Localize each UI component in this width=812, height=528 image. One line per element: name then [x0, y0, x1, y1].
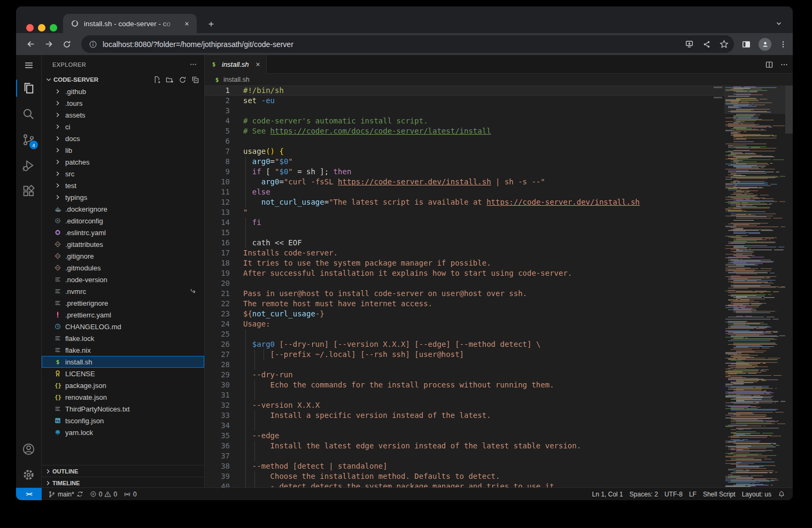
indentation[interactable]: Spaces: 2 [627, 488, 661, 500]
tab-close-icon[interactable] [182, 19, 191, 28]
folder-item-test[interactable]: test [42, 180, 204, 191]
outline-section[interactable]: OUTLINE [42, 465, 204, 477]
folder-item--github[interactable]: .github [42, 86, 204, 97]
code-line-27[interactable]: 27 [--prefix ~/.local] [--rsh ssh] [user… [205, 350, 724, 360]
file-item--gitattributes[interactable]: .gitattributes [42, 238, 204, 250]
url-text[interactable]: localhost:8080/?folder=/home/jothiprasat… [103, 40, 679, 49]
breadcrumbs[interactable]: $ install.sh [205, 74, 793, 86]
code-line-26[interactable]: 26 $arg0 [--dry-run] [--version X.X.X] [… [205, 339, 724, 350]
editor-tab-install-sh[interactable]: $ install.sh [205, 55, 267, 74]
editor-scrollbar[interactable] [785, 86, 793, 134]
site-info-icon[interactable] [89, 40, 97, 49]
timeline-section[interactable]: TIMELINE [42, 477, 204, 487]
code-editor[interactable]: 1#!/bin/sh2set -eu34# code-server's auto… [205, 86, 793, 487]
file-item--editorconfig[interactable]: .editorconfig [42, 215, 204, 227]
code-line-23[interactable]: 23${not_curl_usage-} [205, 309, 724, 319]
file-item--dockerignore[interactable]: .dockerignore [42, 203, 204, 215]
folder-item-src[interactable]: src [42, 168, 204, 180]
activity-extensions[interactable] [16, 178, 41, 204]
code-line-2[interactable]: 2set -eu [205, 96, 724, 106]
new-folder-button[interactable] [165, 75, 174, 84]
code-line-9[interactable]: 9 if [ "$0" = sh ]; then [205, 167, 724, 177]
code-line-15[interactable]: 15 [205, 228, 724, 238]
code-line-10[interactable]: 10 arg0="curl -fsSL https://code-server.… [205, 177, 724, 187]
activity-settings[interactable] [16, 462, 41, 487]
editor-more-actions-icon[interactable] [780, 60, 788, 69]
minimap-viewport[interactable] [724, 86, 785, 114]
code-line-11[interactable]: 11 else [205, 187, 724, 197]
profile-avatar[interactable] [759, 38, 771, 51]
file-item--node-version[interactable]: .node-version [42, 274, 204, 285]
code-line-31[interactable]: 31 [205, 390, 724, 400]
bookmark-star-icon[interactable] [720, 40, 729, 49]
folder-item-patches[interactable]: patches [42, 156, 204, 168]
eol[interactable]: LF [686, 488, 700, 500]
code-line-30[interactable]: 30 Echo the commands for the install pro… [205, 380, 724, 390]
folder-item-assets[interactable]: assets [42, 109, 204, 121]
file-item--prettierrc-yaml[interactable]: .prettierrc.yaml [42, 309, 204, 321]
collapse-all-button[interactable] [190, 75, 200, 84]
code-line-1[interactable]: 1#!/bin/sh [205, 86, 724, 96]
folder-item-ci[interactable]: ci [42, 121, 204, 133]
tab-close-icon[interactable] [253, 60, 262, 69]
code-line-5[interactable]: 5# See https://coder.com/docs/code-serve… [205, 126, 724, 136]
code-line-25[interactable]: 25 [205, 329, 724, 339]
file-item-flake-lock[interactable]: flake.lock [42, 332, 204, 344]
side-panel-icon[interactable] [741, 40, 751, 49]
activity-run-debug[interactable] [16, 152, 41, 178]
activity-explorer[interactable] [16, 75, 41, 101]
code-line-3[interactable]: 3 [205, 106, 724, 116]
code-line-20[interactable]: 20 [205, 278, 724, 289]
code-line-4[interactable]: 4# code-server's automatic install scrip… [205, 116, 724, 126]
back-button[interactable] [23, 37, 38, 52]
file-item-license[interactable]: LICENSE [42, 368, 204, 379]
file-item-renovate-json[interactable]: {}renovate.json [42, 391, 204, 403]
file-item-thirdpartynotices-txt[interactable]: ThirdPartyNotices.txt [42, 403, 204, 415]
file-item--gitmodules[interactable]: .gitmodules [42, 262, 204, 274]
code-line-7[interactable]: 7usage() { [205, 146, 724, 157]
encoding[interactable]: UTF-8 [661, 488, 686, 500]
code-line-22[interactable]: 22The remote host must have internet acc… [205, 299, 724, 309]
tab-search-chevron-icon[interactable] [772, 17, 785, 30]
code-line-18[interactable]: 18It tries to use the system package man… [205, 258, 724, 268]
folder-item--tours[interactable]: .tours [42, 97, 204, 109]
new-tab-button[interactable] [204, 17, 218, 31]
code-line-35[interactable]: 35 --edge [205, 431, 724, 441]
activity-account[interactable] [16, 436, 41, 462]
language-mode[interactable]: Shell Script [700, 488, 739, 500]
code-line-6[interactable]: 6 [205, 136, 724, 146]
code-line-17[interactable]: 17Installs code-server. [205, 248, 724, 258]
remote-indicator-button[interactable]: >< [16, 488, 42, 501]
maximize-window-button[interactable] [50, 24, 57, 32]
activity-source-control[interactable]: 4 [16, 127, 41, 152]
refresh-button[interactable] [177, 75, 187, 84]
code-line-36[interactable]: 36 Install the latest edge version inste… [205, 441, 724, 451]
code-line-33[interactable]: 33 Install a specific version instead of… [205, 410, 724, 421]
code-line-13[interactable]: 13" [205, 207, 724, 218]
code-line-32[interactable]: 32 --version X.X.X [205, 400, 724, 410]
code-line-8[interactable]: 8 arg0="$0" [205, 157, 724, 167]
keyboard-layout[interactable]: Layout: us [739, 488, 775, 500]
forward-button[interactable] [41, 37, 56, 52]
code-line-16[interactable]: 16 cath << EOF [205, 238, 724, 248]
file-item--prettierignore[interactable]: .prettierignore [42, 297, 204, 309]
file-item-tsconfig-json[interactable]: TStsconfig.json [42, 415, 204, 426]
file-item-flake-nix[interactable]: flake.nix [42, 344, 204, 356]
code-line-12[interactable]: 12 not_curl_usage="The latest script is … [205, 197, 724, 207]
new-file-button[interactable] [152, 75, 161, 84]
file-item-install-sh[interactable]: $install.sh [42, 356, 204, 368]
cursor-position[interactable]: Ln 1, Col 1 [589, 488, 626, 500]
folder-item-docs[interactable]: docs [42, 133, 204, 144]
project-section-header[interactable]: CODE-SERVER [42, 74, 204, 86]
share-icon[interactable] [702, 40, 711, 49]
folder-item-typings[interactable]: typings [42, 191, 204, 203]
code-line-21[interactable]: 21Pass in user@host to install code-serv… [205, 289, 724, 299]
explorer-more-actions-icon[interactable] [188, 60, 198, 69]
code-line-34[interactable]: 34 [205, 421, 724, 431]
code-line-19[interactable]: 19After successful installation it expla… [205, 268, 724, 278]
browser-menu-icon[interactable] [779, 40, 787, 49]
browser-tab[interactable]: install.sh - code-server - co [63, 14, 197, 33]
close-window-button[interactable] [26, 24, 34, 32]
reload-button[interactable] [59, 37, 74, 52]
code-line-38[interactable]: 38 --method [detect | standalone] [205, 461, 724, 471]
